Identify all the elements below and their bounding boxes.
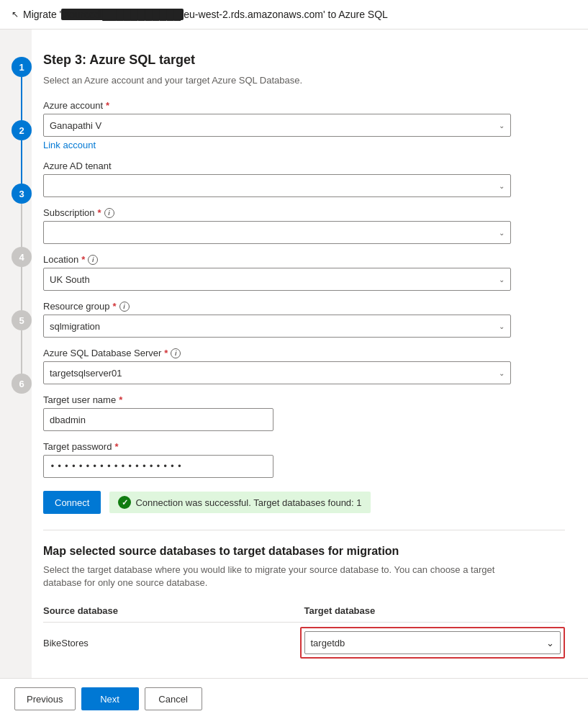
step-4: 4 [12,247,32,310]
password-input[interactable] [43,455,273,478]
azure-account-label: Azure account * [43,100,565,111]
title-text: Migrate 'sourcedl███████████eu-west-2.rd… [23,9,388,20]
location-dropdown[interactable]: UK South ⌄ [43,268,511,291]
sql-server-label: Azure SQL Database Server * i [43,348,565,358]
step-4-circle: 4 [12,247,32,267]
chevron-down-icon: ⌄ [499,182,505,190]
step-3-circle: 3 [12,184,32,204]
username-label: Target user name * [43,394,565,405]
resource-group-info-icon: i [119,302,130,312]
connector-5-6 [21,330,22,374]
username-group: Target user name * [43,394,565,431]
success-message: ✓ Connection was successful. Target data… [109,492,370,513]
location-info-icon: i [88,255,98,265]
step-5: 5 [12,310,32,374]
next-button[interactable]: Next [81,687,139,710]
target-column-header: Target database [304,601,566,622]
chevron-down-icon: ⌄ [499,276,505,284]
link-account-link[interactable]: Link account [43,140,565,150]
connector-4-5 [21,267,22,310]
mapping-description: Select the target database where you wou… [43,564,533,589]
azure-ad-tenant-group: Azure AD tenant ⌄ [43,160,565,197]
step-heading: Step 3: Azure SQL target [43,53,565,68]
step-6: 6 [12,374,32,394]
source-database-value: BikeStores [43,633,300,653]
azure-ad-tenant-label: Azure AD tenant [43,160,565,171]
azure-account-group: Azure account * Ganapathi V ⌄ Link accou… [43,100,565,150]
step-3: 3 [12,184,32,247]
chevron-down-icon: ⌄ [546,638,554,648]
success-check-icon: ✓ [118,496,131,509]
password-group: Target password * [43,441,565,478]
stepper: 1 2 3 4 5 6 [0,30,32,716]
connector-2-3 [21,140,22,184]
mapping-table-row: BikeStores targetdb ⌄ [43,627,565,659]
resource-group-dropdown[interactable]: sqlmigration ⌄ [43,315,511,338]
username-input[interactable] [43,408,273,431]
step-2-circle: 2 [12,120,32,140]
azure-account-dropdown[interactable]: Ganapathi V ⌄ [43,114,511,137]
connect-button[interactable]: Connect [43,491,101,514]
location-group: Location * i UK South ⌄ [43,254,565,291]
resource-group-label: Resource group * i [43,301,565,312]
previous-button[interactable]: Previous [14,687,76,710]
connector-3-4 [21,204,22,247]
sql-server-info-icon: i [171,348,181,358]
azure-ad-tenant-dropdown[interactable]: ⌄ [43,174,511,197]
chevron-down-icon: ⌄ [499,122,505,130]
step-1-circle: 1 [12,57,32,77]
subscription-info-icon: i [104,208,114,218]
content-panel: Step 3: Azure SQL target Select an Azure… [32,30,588,716]
target-database-container: targetdb ⌄ [300,627,566,659]
main-container: 1 2 3 4 5 6 Step 3: Azure SQL target [0,30,588,716]
title-bar: ↖ Migrate 'sourcedl███████████eu-west-2.… [0,0,588,30]
step-5-circle: 5 [12,310,32,330]
step-subtitle: Select an Azure account and your target … [43,75,565,86]
sql-server-dropdown[interactable]: targetsqlserver01 ⌄ [43,361,511,384]
target-database-dropdown[interactable]: targetdb ⌄ [304,631,561,654]
step-6-circle: 6 [12,374,32,394]
redacted-host: sourcedl███████████ [61,9,184,20]
location-label: Location * i [43,254,565,265]
subscription-dropdown[interactable]: ⌄ [43,221,511,244]
chevron-down-icon: ⌄ [499,229,505,237]
step-2: 2 [12,120,32,184]
subscription-group: Subscription * i ⌄ [43,207,565,244]
connector-1-2 [21,77,22,120]
password-label: Target password * [43,441,565,452]
chevron-down-icon: ⌄ [499,369,505,377]
cancel-button[interactable]: Cancel [145,687,202,710]
mapping-table-header: Source database Target database [43,601,565,623]
cursor-icon: ↖ [12,9,19,19]
divider [43,530,565,530]
sql-server-group: Azure SQL Database Server * i targetsqls… [43,348,565,384]
mapping-heading: Map selected source databases to target … [43,545,565,558]
source-column-header: Source database [43,601,304,622]
resource-group-group: Resource group * i sqlmigration ⌄ [43,301,565,338]
connect-row: Connect ✓ Connection was successful. Tar… [43,491,565,514]
subscription-label: Subscription * i [43,207,565,218]
step-1: 1 [12,57,32,120]
chevron-down-icon: ⌄ [499,322,505,330]
mapping-section: Map selected source databases to target … [43,545,565,659]
footer: Previous Next Cancel [0,678,588,719]
